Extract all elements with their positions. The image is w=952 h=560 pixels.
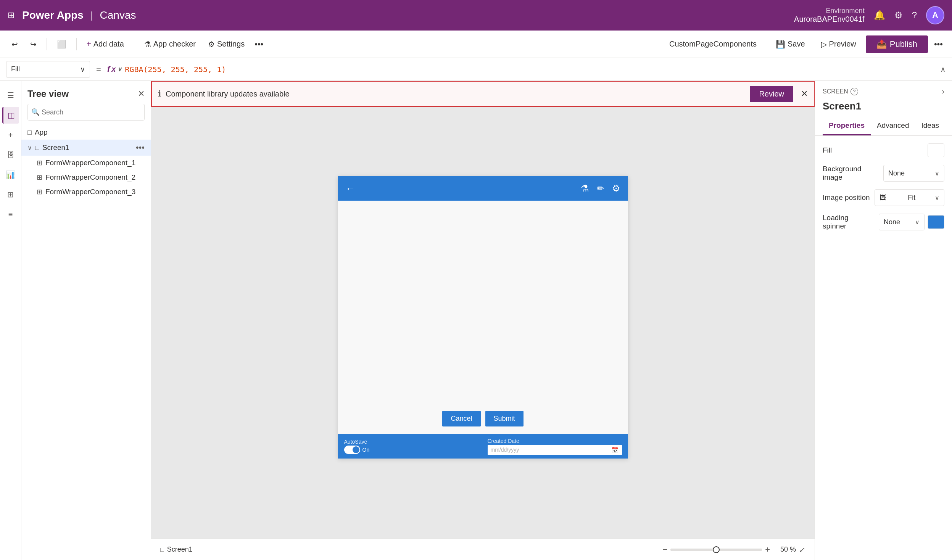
formula-input[interactable] [125, 65, 937, 74]
equals-sign: = [96, 64, 101, 74]
tree-view-header: Tree view ✕ [21, 81, 151, 104]
toolbar: ↩ ↪ ⬜ + Add data ⚗ App checker ⚙ Setting… [0, 31, 952, 58]
right-panel-content: Fill Background image None ∨ Image posit… [815, 136, 952, 560]
autosave-toggle[interactable]: On [344, 446, 478, 454]
formula-expand-icon[interactable]: ∧ [940, 65, 946, 74]
tab-properties[interactable]: Properties [823, 117, 871, 135]
canvas-filter-icon[interactable]: ⚗ [581, 183, 589, 194]
undo-icon: ↩ [11, 40, 18, 49]
tab-ideas[interactable]: Ideas [915, 117, 945, 135]
fill-label: Fill [823, 146, 868, 154]
tab-advanced[interactable]: Advanced [871, 117, 915, 135]
publish-button[interactable]: 📤 Publish [866, 35, 928, 53]
zoom-slider-thumb[interactable] [713, 546, 720, 553]
tree-item-form-wrapper-3[interactable]: ⊞ FormWrapperComponent_3 [31, 185, 151, 199]
avatar[interactable]: A [926, 6, 944, 24]
calendar-icon: 📅 [611, 446, 619, 454]
zoom-out-button[interactable]: − [662, 545, 667, 555]
screen1-children: ⊞ FormWrapperComponent_1 ⊞ FormWrapperCo… [21, 156, 151, 199]
right-panel-header: SCREEN ? › [815, 81, 952, 99]
tree-view-close-button[interactable]: ✕ [138, 89, 145, 99]
screen-help-icon[interactable]: ? [851, 88, 858, 95]
grid-icon[interactable]: ⊞ [8, 10, 14, 20]
image-position-label: Image position [823, 193, 870, 202]
tree-item-screen1[interactable]: ∨ □ Screen1 ••• [21, 140, 151, 156]
date-input[interactable]: mm/dd/yyyy 📅 [488, 445, 622, 455]
toolbar-divider-1 [47, 38, 47, 50]
add-data-button[interactable]: + Add data [81, 37, 129, 51]
notification-review-button[interactable]: Review [750, 86, 793, 102]
notification-bell-icon[interactable]: 🔔 [874, 10, 885, 21]
zoom-in-button[interactable]: + [765, 545, 770, 555]
redo-button[interactable]: ↪ [25, 37, 42, 52]
image-position-select[interactable]: 🖼 Fit ∨ [875, 189, 944, 206]
canvas-cancel-button[interactable]: Cancel [442, 411, 480, 426]
settings-gear-icon[interactable]: ⚙ [894, 10, 903, 21]
zoom-slider[interactable] [670, 549, 762, 551]
screen1-item-icon: □ [35, 144, 39, 152]
topbar-right: Environment AuroraBAPEnv0041f 🔔 ⚙ ? A [794, 6, 944, 24]
zoom-controls: − + 50 % ⤢ [662, 545, 805, 555]
image-position-icon: 🖼 [880, 194, 886, 202]
right-tabs: Properties Advanced Ideas [815, 117, 952, 136]
tree-view-panel: Tree view ✕ 🔍 □ App ∨ □ Screen1 ••• ⊞ Fo… [21, 81, 151, 560]
notification-banner: ℹ Component library updates available Re… [151, 81, 815, 107]
canvas-back-icon[interactable]: ← [346, 183, 356, 195]
property-selector[interactable]: Fill ∨ [6, 61, 90, 78]
sidebar-layers-icon[interactable]: ◫ [2, 107, 19, 124]
app-checker-button[interactable]: ⚗ App checker [139, 37, 201, 52]
settings-button[interactable]: ⚙ Settings [203, 37, 250, 52]
loading-spinner-select[interactable]: None ∨ [879, 214, 925, 230]
tree-item-app[interactable]: □ App [21, 125, 151, 140]
sidebar-add-icon[interactable]: + [2, 127, 19, 143]
background-image-select[interactable]: None ∨ [883, 165, 944, 182]
screen-indicator: □ Screen1 [160, 546, 193, 554]
copy-button[interactable]: ⬜ [52, 37, 72, 52]
canvas-edit-icon[interactable]: ✏ [597, 183, 604, 194]
toolbar-divider-2 [76, 38, 77, 50]
sidebar-variables-icon[interactable]: ≡ [2, 206, 19, 223]
canvas-settings-icon[interactable]: ⚙ [612, 183, 620, 194]
toolbar-overflow-button[interactable]: ••• [931, 36, 946, 52]
formula-chevron-icon: ∨ [117, 66, 122, 73]
toolbar-divider-3 [134, 38, 134, 50]
tree-item-form-wrapper-2[interactable]: ⊞ FormWrapperComponent_2 [31, 170, 151, 185]
fill-color-swatch[interactable] [928, 143, 944, 157]
undo-button[interactable]: ↩ [6, 37, 23, 52]
publish-icon: 📤 [876, 39, 887, 49]
canvas-app-bar-icons: ⚗ ✏ ⚙ [581, 183, 620, 194]
tree-search-icon: 🔍 [31, 108, 40, 116]
canvas-submit-button[interactable]: Submit [485, 411, 524, 426]
created-date-label: Created Date [488, 438, 622, 444]
sidebar-charts-icon[interactable]: 📊 [2, 166, 19, 183]
left-sidebar: ☰ ◫ + 🗄 📊 ⊞ ≡ [0, 81, 21, 560]
sidebar-data-icon[interactable]: 🗄 [2, 146, 19, 163]
canvas-content: Cancel Submit [338, 201, 628, 434]
right-panel-expand-icon[interactable]: › [942, 87, 944, 96]
notification-close-button[interactable]: ✕ [801, 89, 808, 99]
settings-icon: ⚙ [208, 40, 215, 49]
canvas-frame-wrapper: ← ⚗ ✏ ⚙ Cancel Submit AutoSave [151, 81, 815, 539]
toggle-track[interactable] [344, 446, 360, 454]
screen-bottom-icon: □ [160, 546, 164, 553]
screen-label: SCREEN ? [823, 88, 858, 95]
loading-spinner-label: Loading spinner [823, 214, 874, 230]
loading-spinner-color-swatch[interactable] [928, 215, 944, 229]
screen1-more-icon[interactable]: ••• [136, 143, 145, 153]
fx-button[interactable]: fx ∨ [107, 64, 122, 74]
preview-button[interactable]: ▷ Preview [815, 36, 863, 52]
save-button[interactable]: 💾 Save [769, 36, 812, 52]
sidebar-menu-icon[interactable]: ☰ [2, 87, 19, 104]
autosave-field: AutoSave On [344, 439, 478, 454]
sidebar-components-icon[interactable]: ⊞ [2, 186, 19, 203]
zoom-expand-icon[interactable]: ⤢ [799, 545, 805, 554]
tree-item-form-wrapper-1[interactable]: ⊞ FormWrapperComponent_1 [31, 156, 151, 170]
created-date-field: Created Date mm/dd/yyyy 📅 [488, 438, 622, 455]
screen-bottom-label: Screen1 [167, 546, 193, 554]
toolbar-more-button[interactable]: ••• [251, 36, 266, 52]
help-question-icon[interactable]: ? [912, 10, 917, 21]
loading-spinner-controls: None ∨ [879, 214, 944, 230]
tree-search-input[interactable] [27, 104, 145, 121]
canvas-bottom-bar: □ Screen1 − + 50 % ⤢ [151, 539, 815, 560]
image-position-row: Image position 🖼 Fit ∨ [823, 189, 944, 206]
